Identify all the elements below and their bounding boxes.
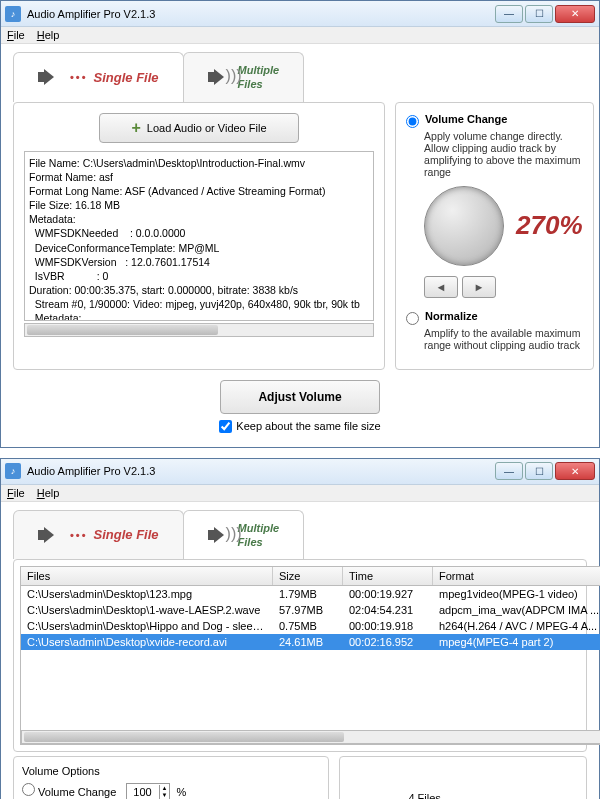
radio-normalize[interactable]: [406, 312, 419, 325]
volume-change-title: Volume Change: [425, 113, 507, 125]
dots-icon: •••: [70, 71, 88, 83]
file-info-box: File Name: C:\Users\admin\Desktop\Introd…: [24, 151, 374, 321]
normalize-title: Normalize: [425, 310, 478, 322]
app-icon: ♪: [5, 463, 21, 479]
spin-up[interactable]: ▲: [160, 785, 170, 792]
col-time[interactable]: Time: [343, 567, 433, 585]
horizontal-scrollbar[interactable]: [21, 730, 600, 744]
col-files[interactable]: Files: [21, 567, 273, 585]
speaker-single-icon: [38, 67, 62, 87]
plus-icon: +: [132, 119, 141, 137]
horizontal-scrollbar[interactable]: [24, 323, 374, 337]
speaker-multi-icon: ))): [208, 67, 232, 87]
menu-file[interactable]: File: [7, 487, 25, 499]
minimize-button[interactable]: —: [495, 462, 523, 480]
tab-multi-label: MultipleFiles: [238, 63, 280, 92]
radio-volume-change[interactable]: [406, 115, 419, 128]
adjust-volume-button[interactable]: Adjust Volume: [220, 380, 380, 414]
speaker-single-icon: [38, 525, 62, 545]
volume-percent: 270%: [516, 210, 583, 241]
volume-change-desc: Apply volume change directly. Allow clip…: [424, 130, 583, 178]
files-table: Files Size Time Format C:\Users\admin\De…: [20, 566, 600, 745]
menu-help[interactable]: Help: [37, 487, 60, 499]
menubar: File Help: [1, 27, 599, 44]
keep-filesize-checkbox[interactable]: [219, 420, 232, 433]
volume-dial[interactable]: [424, 186, 504, 266]
close-button[interactable]: ✕: [555, 462, 595, 480]
col-format[interactable]: Format: [433, 567, 600, 585]
close-button[interactable]: ✕: [555, 5, 595, 23]
titlebar[interactable]: ♪ Audio Amplifier Pro V2.1.3 — ☐ ✕: [1, 459, 599, 485]
keep-filesize-label[interactable]: Keep about the same file size: [219, 420, 380, 433]
file-count: 4 Files: [408, 792, 440, 799]
volume-increase-button[interactable]: ►: [462, 276, 496, 298]
volume-options-panel: Volume Options Volume Change ▲▼ % Each f…: [13, 756, 329, 799]
dots-icon: •••: [70, 529, 88, 541]
speaker-multi-icon: ))): [208, 525, 232, 545]
col-size[interactable]: Size: [273, 567, 343, 585]
opt-volume-change[interactable]: Volume Change ▲▼ %: [22, 786, 186, 798]
table-body: C:\Users\admin\Desktop\123.mpg1.79MB00:0…: [21, 586, 600, 728]
table-header: Files Size Time Format: [21, 567, 600, 586]
volume-decrease-button[interactable]: ◄: [424, 276, 458, 298]
table-row[interactable]: C:\Users\admin\Desktop\123.mpg1.79MB00:0…: [21, 586, 600, 602]
table-row-selected[interactable]: C:\Users\admin\Desktop\xvide-record.avi2…: [21, 634, 600, 650]
volume-spinbox[interactable]: ▲▼: [126, 783, 171, 799]
load-file-label: Load Audio or Video File: [147, 122, 267, 134]
window-title: Audio Amplifier Pro V2.1.3: [27, 8, 495, 20]
volume-input[interactable]: [127, 786, 159, 798]
spin-down[interactable]: ▼: [160, 792, 170, 799]
tab-single-file[interactable]: ••• Single File: [13, 510, 184, 560]
adjust-panel: 4 Files Adjust Volume Keep about the sam…: [339, 756, 587, 799]
normalize-desc: Amplify to the available maximum range w…: [424, 327, 583, 351]
volume-panel: Volume Change Apply volume change direct…: [395, 102, 594, 370]
maximize-button[interactable]: ☐: [525, 462, 553, 480]
menu-file[interactable]: File: [7, 29, 25, 41]
window-single-file: ♪ Audio Amplifier Pro V2.1.3 — ☐ ✕ File …: [0, 0, 600, 448]
titlebar[interactable]: ♪ Audio Amplifier Pro V2.1.3 — ☐ ✕: [1, 1, 599, 27]
menubar: File Help: [1, 485, 599, 502]
window-title: Audio Amplifier Pro V2.1.3: [27, 465, 495, 477]
minimize-button[interactable]: —: [495, 5, 523, 23]
app-icon: ♪: [5, 6, 21, 22]
tab-single-file[interactable]: ••• Single File: [13, 52, 184, 102]
radio-volume-change[interactable]: [22, 783, 35, 796]
table-row[interactable]: C:\Users\admin\Desktop\1-wave-LAESP.2.wa…: [21, 602, 600, 618]
files-panel: Files Size Time Format C:\Users\admin\De…: [13, 559, 587, 752]
load-file-button[interactable]: + Load Audio or Video File: [99, 113, 299, 143]
menu-help[interactable]: Help: [37, 29, 60, 41]
tab-single-label: Single File: [94, 70, 159, 85]
tab-single-label: Single File: [94, 527, 159, 542]
tab-multiple-files[interactable]: ))) MultipleFiles: [183, 510, 305, 560]
tab-multi-label: MultipleFiles: [238, 521, 280, 550]
tab-multiple-files[interactable]: ))) MultipleFiles: [183, 52, 305, 102]
maximize-button[interactable]: ☐: [525, 5, 553, 23]
table-row[interactable]: C:\Users\admin\Desktop\Hippo and Dog - s…: [21, 618, 600, 634]
file-panel: + Load Audio or Video File File Name: C:…: [13, 102, 385, 370]
volume-options-title: Volume Options: [22, 765, 320, 777]
window-multiple-files: ♪ Audio Amplifier Pro V2.1.3 — ☐ ✕ File …: [0, 458, 600, 799]
